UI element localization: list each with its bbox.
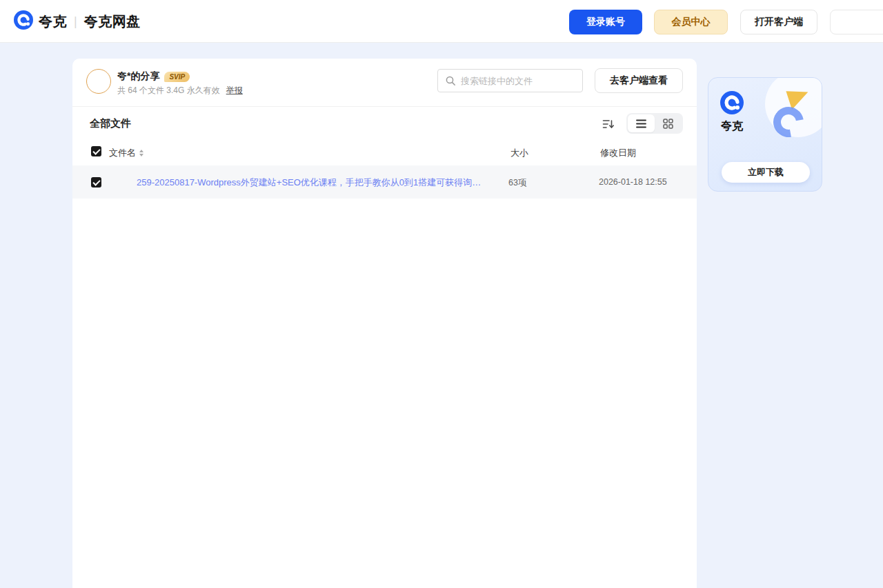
- top-header: 夸克 | 夸克网盘 登录账号 会员中心 打开客户端: [0, 0, 883, 43]
- search-input[interactable]: [461, 76, 588, 86]
- folder-icon: [112, 171, 135, 193]
- share-title: 夸*的分享: [117, 70, 159, 83]
- product-name: 夸克网盘: [84, 12, 141, 31]
- grid-view-icon: [663, 119, 673, 129]
- download-now-button[interactable]: 立即下载: [722, 162, 810, 183]
- report-link[interactable]: 举报: [226, 85, 243, 97]
- app-promo-card: 夸克 立即下载: [708, 77, 822, 192]
- file-size: 63项: [508, 177, 526, 189]
- file-modified-date: 2026-01-18 12:55: [599, 177, 667, 187]
- brand: 夸克 | 夸克网盘: [14, 0, 141, 43]
- share-meta: 共 64 个文件 3.4G 永久有效: [117, 85, 220, 97]
- column-header-modified: 修改日期: [600, 147, 636, 159]
- sort-order-button[interactable]: [597, 114, 619, 134]
- quark-logo-icon: [14, 10, 33, 32]
- section-title-all-files: 全部文件: [90, 117, 131, 130]
- list-view-icon: [636, 119, 646, 128]
- list-view-button[interactable]: [628, 114, 655, 132]
- quark-logo-icon: [720, 90, 744, 118]
- share-card: 夸*的分享 SVIP 共 64 个文件 3.4G 永久有效 举报 去客户端查看 …: [72, 59, 697, 588]
- row-checkbox[interactable]: [91, 177, 101, 187]
- brand-name: 夸克: [39, 12, 67, 31]
- sort-lines-icon: [602, 119, 615, 130]
- divider: [72, 106, 697, 107]
- name-sort-arrows-icon: [139, 150, 143, 156]
- file-name-link[interactable]: 259-20250817-Wordpress外贸建站+SEO优化课程，手把手教你…: [137, 176, 482, 189]
- avatar: [86, 69, 111, 94]
- svip-badge: SVIP: [164, 72, 190, 82]
- search-box: [437, 69, 583, 92]
- select-all-checkbox[interactable]: [91, 146, 101, 156]
- brand-divider: |: [74, 14, 77, 29]
- file-table-header: 文件名 大小 修改日期: [72, 143, 697, 162]
- header-extra-button[interactable]: [830, 10, 883, 34]
- open-client-button[interactable]: 打开客户端: [740, 10, 817, 34]
- grid-view-button[interactable]: [655, 114, 682, 132]
- vip-center-button[interactable]: 会员中心: [654, 10, 728, 34]
- view-in-client-button[interactable]: 去客户端查看: [595, 68, 683, 93]
- column-header-size: 大小: [510, 147, 528, 159]
- search-icon: [445, 75, 456, 86]
- view-toggle: [626, 113, 683, 134]
- login-button[interactable]: 登录账号: [569, 10, 642, 34]
- file-row[interactable]: 259-20250817-Wordpress外贸建站+SEO优化课程，手把手教你…: [72, 165, 697, 199]
- promo-brand-name: 夸克: [721, 119, 743, 134]
- column-header-name[interactable]: 文件名: [109, 147, 143, 159]
